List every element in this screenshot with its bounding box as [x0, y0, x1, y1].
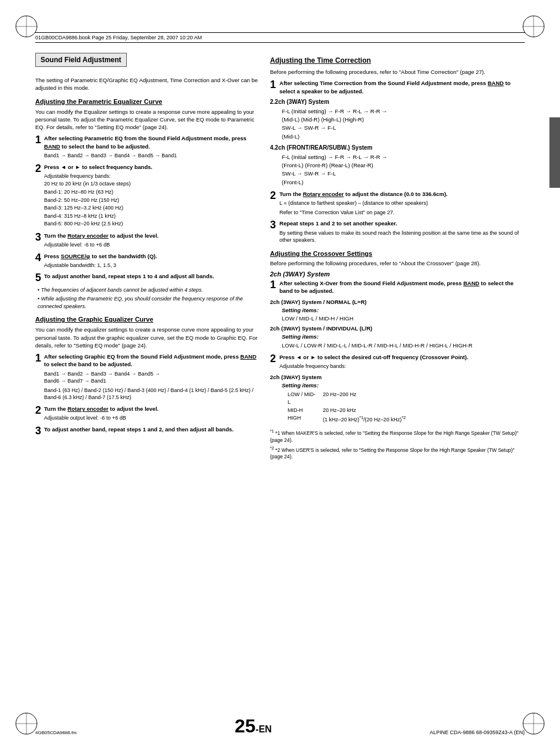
step3-text: Turn the Rotary encoder to adjust the le…	[44, 232, 158, 239]
crossover-title: Adjusting the Crossover Settings	[270, 250, 525, 257]
individual-setting-value: LOW-L / LOW-R / MID-L-L / MID-L-R / MID-…	[282, 342, 473, 349]
header-bar: 01GB00CDA9886.book Page 25 Friday, Septe…	[35, 32, 525, 43]
xo-step2-detail: Adjustable frequency bands:	[279, 363, 525, 370]
graphic-eq-title: Adjusting the Graphic Equalizer Curve	[35, 316, 258, 323]
tc-step3-content: Repeat steps 1 and 2 to set another spea…	[279, 219, 525, 244]
time-correction-intro: Before performing the following procedur…	[270, 68, 525, 76]
geq-step2-text: Turn the Rotary encoder to adjust the le…	[44, 406, 158, 412]
footer-text: ALPINE CDA-9886 68-09359Z43-A (EN)	[430, 729, 525, 735]
xo-step2-content: Press ◄ or ► to select the desired cut-o…	[279, 353, 525, 370]
tc-step3: 3 Repeat steps 1 and 2 to set another sp…	[270, 219, 525, 244]
xo-step1-content: After selecting X-Over from the Sound Fi…	[279, 279, 525, 295]
geq-step1-text: After selecting Graphic EQ from the Soun…	[44, 353, 257, 367]
xover-table: LOW / MID-L 20 Hz–200 Hz MID-H 20 Hz–20 …	[288, 391, 525, 424]
xover-val1: 20 Hz–200 Hz	[323, 391, 525, 407]
parametric-eq-title: Adjusting the Parametric Equalizer Curve	[35, 98, 258, 105]
normal-title: 2ch (3WAY) System / NORMAL (L=R)	[270, 299, 525, 305]
parametric-step3: 3 Turn the Rotary encoder to adjust the …	[35, 232, 258, 249]
parametric-notes: The frequencies of adjacent bands cannot…	[38, 286, 258, 310]
xover-label2: MID-H	[288, 407, 317, 415]
system2-row4: (Front-L)	[282, 179, 303, 185]
footnote2: *2 *2 When USER'S is selected, refer to …	[270, 446, 525, 461]
tc-step2-detail2: Refer to "Time Correction Value List" on…	[279, 209, 525, 217]
geq-step1-detail2: Band-1 (63 Hz) / Band-2 (150 Hz) / Band-…	[44, 387, 258, 401]
system3-title: 2ch (3WAY) System	[270, 374, 525, 380]
side-tab	[549, 117, 560, 188]
xover-label3: HIGH	[288, 414, 317, 424]
tc-step1-number: 1	[270, 79, 276, 90]
step2-sub: Adjustable frequency bands:20 Hz to 20 k…	[44, 173, 258, 187]
system2-table: F-L (Initial setting) → F-R → R-L → R-R …	[282, 153, 525, 187]
xo-step1-number: 1	[270, 279, 276, 290]
left-column: Sound Field Adjustment The setting of Pa…	[35, 53, 258, 715]
step2-content: Press ◄ or ► to select frequency bands. …	[44, 163, 258, 228]
xo-step1: 1 After selecting X-Over from the Sound …	[270, 279, 525, 295]
system1-row4: (Mid-L)	[282, 133, 299, 140]
geq-step3-number: 3	[35, 425, 41, 436]
setting-label2: Setting items:	[282, 382, 319, 388]
step4-text: Press SOURCE/φ to set the bandwidth (Q).	[44, 253, 157, 259]
footer: 4GB05CDA9886.fm 25-EN ALPINE CDA-9886 68…	[35, 717, 525, 735]
step2-text: Press ◄ or ► to select frequency bands.	[44, 164, 153, 170]
step3-number: 3	[35, 232, 41, 242]
parametric-step2: 2 Press ◄ or ► to select frequency bands…	[35, 163, 258, 228]
tc-step3-text: Repeat steps 1 and 2 to set another spea…	[279, 220, 397, 227]
individual-setting-label: Setting items:	[282, 333, 319, 340]
geq-step2-content: Turn the Rotary encoder to adjust the le…	[44, 405, 258, 422]
geq-step3-text: To adjust another band, repeat steps 1 a…	[44, 426, 234, 433]
graphic-step3: 3 To adjust another band, repeat steps 1…	[35, 425, 258, 436]
tc-step2-text: Turn the Rotary encoder to adjust the di…	[279, 191, 447, 197]
individual-title: 2ch (3WAY) System / INDIVIDUAL (L/R)	[270, 325, 525, 332]
page-number-container: 25-EN	[235, 717, 272, 735]
xo-step2-text: Press ◄ or ► to select the desired cut-o…	[279, 354, 468, 360]
geq-step1-detail1: Band1 → Band2 → Band3 → Band4 → Band5 → …	[44, 370, 258, 385]
page-suffix: -EN	[255, 724, 272, 734]
tc-step2: 2 Turn the Rotary encoder to adjust the …	[270, 190, 525, 216]
geq-step3-content: To adjust another band, repeat steps 1 a…	[44, 425, 258, 433]
footer-right: ALPINE CDA-9886 68-09359Z43-A (EN)	[430, 729, 525, 735]
section-box-title: Sound Field Adjustment	[41, 56, 122, 64]
step5-number: 5	[35, 272, 41, 283]
step1-number: 1	[35, 134, 41, 145]
xover-row1: LOW / MID-L 20 Hz–200 Hz	[288, 391, 525, 407]
step3-content: Turn the Rotary encoder to adjust the le…	[44, 232, 258, 249]
normal-setting-label: Setting items:	[282, 307, 319, 313]
graphic-eq-intro: You can modify the equalizer settings to…	[35, 326, 258, 349]
tc-step3-detail: By setting these values to make its soun…	[279, 229, 525, 244]
step4-detail: Adjustable bandwidth: 1, 1.5, 3	[44, 262, 258, 269]
system2-row1: F-L (Initial setting) → F-R → R-L → R-R …	[282, 154, 387, 160]
individual-settings: Setting items: LOW-L / LOW-R / MID-L-L /…	[282, 333, 525, 350]
step2-number: 2	[35, 163, 41, 174]
intro-text: The setting of Parametric EQ/Graphic EQ …	[35, 76, 258, 92]
system2-row2: (Front-L) (Front-R) (Rear-L) (Rear-R)	[282, 162, 373, 168]
step1-text: After selecting Parametric EQ from the S…	[44, 135, 247, 149]
normal-settings: Setting items: LOW / MID-L / MID-H / HIG…	[282, 306, 525, 323]
xover-val3: (1 kHz–20 kHz)*1/(20 Hz–20 kHz)*2	[323, 414, 525, 424]
step5-text: To adjust another band, repeat steps 1 t…	[44, 273, 214, 279]
tc-step2-number: 2	[270, 190, 276, 201]
step1-content: After selecting Parametric EQ from the S…	[44, 134, 258, 159]
xo-step2-number: 2	[270, 353, 276, 364]
step4-number: 4	[35, 252, 41, 263]
footer-left: 4GB05CDA9886.fm	[35, 730, 77, 735]
xo-step1-text: After selecting X-Over from the Sound Fi…	[279, 280, 514, 294]
note1: The frequencies of adjacent bands cannot…	[38, 286, 258, 294]
graphic-step2: 2 Turn the Rotary encoder to adjust the …	[35, 405, 258, 422]
crossover-system-italic: 2ch (3WAY) System	[270, 271, 525, 278]
footnote1: *1 *1 When MAKER'S is selected, refer to…	[270, 429, 525, 444]
geq-step1-number: 1	[35, 353, 41, 363]
geq-step1-content: After selecting Graphic EQ from the Soun…	[44, 353, 258, 401]
content-area: Sound Field Adjustment The setting of Pa…	[35, 53, 525, 715]
xover-val2: 20 Hz–20 kHz	[323, 407, 525, 415]
tc-step2-content: Turn the Rotary encoder to adjust the di…	[279, 190, 525, 216]
step4-content: Press SOURCE/φ to set the bandwidth (Q).…	[44, 252, 258, 269]
xo-step2: 2 Press ◄ or ► to select the desired cut…	[270, 353, 525, 370]
step3-detail: Adjustable level: -6 to +6 dB	[44, 241, 258, 249]
xover-row2: MID-H 20 Hz–20 kHz	[288, 407, 525, 415]
step2-bands: Band-1: 20 Hz–80 Hz (63 Hz) Band-2: 50 H…	[44, 188, 258, 228]
xover-row3: HIGH (1 kHz–20 kHz)*1/(20 Hz–20 kHz)*2	[288, 414, 525, 424]
time-correction-title: Adjusting the Time Correction	[270, 56, 525, 65]
xover-label1: LOW / MID-L	[288, 391, 317, 407]
parametric-step5: 5 To adjust another band, repeat steps 1…	[35, 272, 258, 283]
xover-settings: Setting items: LOW / MID-L 20 Hz–200 Hz …	[282, 381, 525, 424]
